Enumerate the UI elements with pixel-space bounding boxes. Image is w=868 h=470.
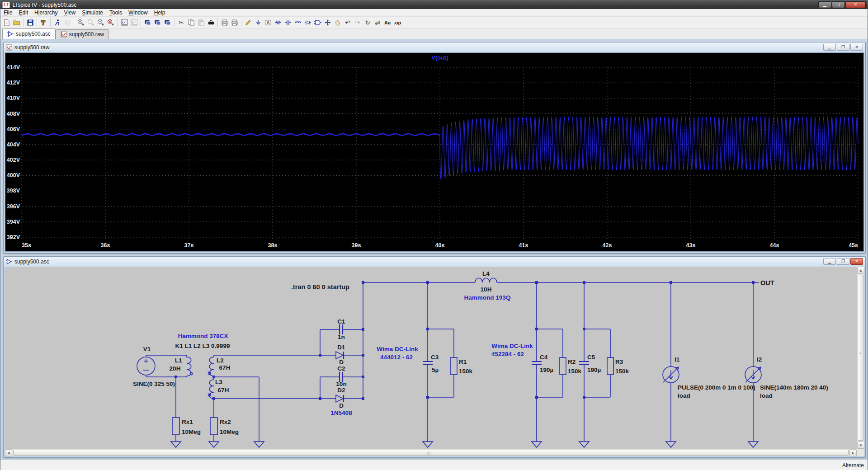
menu-help[interactable]: Help [151, 9, 169, 16]
l3-value[interactable]: 67H [218, 387, 229, 394]
sch-minimize-button[interactable]: ▁ [823, 258, 836, 265]
ground-icon[interactable] [253, 18, 263, 28]
schematic-window-titlebar[interactable]: supply500.asc ▁ ❐ ✕ [4, 257, 865, 267]
text-icon[interactable]: Aa [382, 18, 392, 28]
spice-directive-text[interactable]: .tran 0 60 0 startup [291, 283, 349, 291]
d2-value[interactable]: D [339, 402, 344, 409]
zoom-in-icon[interactable] [76, 18, 86, 28]
drag-icon[interactable] [333, 18, 343, 28]
vscroll-thumb[interactable]: ≡ [858, 275, 863, 441]
wima1-line2[interactable]: 444012 - 62 [380, 354, 413, 361]
menu-tools[interactable]: Tools [106, 9, 125, 16]
wire-icon[interactable] [243, 18, 253, 28]
capacitor-icon[interactable] [283, 18, 293, 28]
schematic-canvas[interactable]: .tran 0 60 0 startup Hammond 378CX K1 L1… [5, 267, 864, 456]
capacitor-c5[interactable] [579, 362, 589, 365]
inductor-l4[interactable] [475, 278, 497, 282]
move-icon[interactable] [323, 18, 333, 28]
save-icon[interactable] [25, 18, 35, 28]
current-source-i1[interactable] [663, 367, 679, 383]
capacitor-c3[interactable] [423, 362, 433, 365]
c4-name[interactable]: C4 [540, 354, 548, 361]
diode-model-label[interactable]: 1N5408 [330, 409, 352, 416]
menu-edit[interactable]: Edit [15, 9, 31, 16]
resistor-rx1[interactable] [172, 418, 179, 435]
cut-icon[interactable]: ✂ [176, 18, 186, 28]
r3-value[interactable]: 150k [615, 368, 629, 375]
resistor-rx2[interactable] [210, 418, 217, 435]
zoom-out-icon[interactable] [96, 18, 106, 28]
wave-close-button[interactable]: ✕ [850, 44, 863, 51]
c1-value[interactable]: 1n [338, 334, 345, 340]
zoom-full-icon[interactable] [106, 18, 116, 28]
sch-restore-button[interactable]: ❐ [837, 258, 849, 265]
resistor-icon[interactable] [273, 18, 283, 28]
c5-value[interactable]: 190µ [587, 367, 601, 373]
c2-name[interactable]: C2 [337, 365, 345, 372]
sch-close-button[interactable]: ✕ [850, 258, 863, 265]
d1-name[interactable]: D1 [337, 344, 345, 351]
component-icon[interactable] [313, 18, 323, 28]
copy-icon[interactable] [186, 18, 196, 28]
diode-icon[interactable] [303, 18, 313, 28]
wima2-line1[interactable]: Wima DC-Link [491, 343, 533, 349]
find-icon[interactable] [206, 18, 216, 28]
print-preview-icon[interactable] [220, 18, 230, 28]
rx1-value[interactable]: 10Meg [182, 428, 201, 435]
l1-value[interactable]: 20H [170, 365, 181, 372]
v1-value[interactable]: SINE(0 325 50) [133, 381, 175, 387]
c4-value[interactable]: 190µ [540, 367, 553, 373]
resistor-r3[interactable] [607, 357, 613, 375]
hscroll-thumb[interactable]: ||| [13, 450, 849, 456]
i1-tag[interactable]: load [678, 392, 690, 399]
tab-supply500.asc[interactable]: supply500.asc [2, 28, 56, 39]
undo-icon[interactable]: ↶ [343, 18, 353, 28]
v1-name[interactable]: V1 [143, 346, 151, 352]
inductor-l2[interactable] [208, 355, 214, 376]
l4-model-label[interactable]: Hammond 193Q [464, 294, 511, 301]
mirror-icon[interactable]: ⇄ [373, 18, 382, 28]
l2-value[interactable]: 67H [219, 364, 231, 371]
rotate-icon[interactable]: ↻ [363, 18, 373, 28]
current-source-i2[interactable] [745, 367, 761, 383]
out-net-label[interactable]: OUT [760, 279, 774, 287]
coupling-directive[interactable]: K1 L1 L2 L3 0.9999 [175, 343, 230, 349]
net-label-icon[interactable] [263, 18, 273, 28]
wima1-line1[interactable]: Wima DC-Link [377, 346, 418, 352]
rx2-name[interactable]: Rx2 [220, 418, 231, 425]
r2-name[interactable]: R2 [568, 358, 576, 365]
new-schematic-icon[interactable] [2, 18, 12, 28]
c3-name[interactable]: C3 [431, 354, 439, 361]
transformer-model-label[interactable]: Hammond 378CX [178, 333, 228, 339]
open-icon[interactable] [12, 18, 22, 28]
voltage-source-v1[interactable] [137, 357, 155, 375]
i2-value[interactable]: SINE(140m 180m 20 40) [760, 384, 828, 391]
d1-value[interactable]: D [339, 359, 344, 366]
trace-label[interactable]: V(out) [431, 54, 448, 61]
menu-simulate[interactable]: Simulate [79, 9, 106, 16]
r1-name[interactable]: R1 [459, 358, 467, 365]
resistor-r1[interactable] [451, 357, 457, 375]
scroll-left-arrow[interactable]: ◄ [5, 449, 12, 456]
vertical-scrollbar[interactable]: ▲ ≡ ▼ [857, 267, 864, 449]
menu-file[interactable]: File [0, 9, 15, 16]
scroll-up-arrow[interactable]: ▲ [857, 267, 864, 274]
waveform-window-titlebar[interactable]: supply500.raw ▁ ❐ ✕ [4, 42, 865, 52]
l3-name[interactable]: L3 [215, 379, 222, 385]
r2-value[interactable]: 150k [568, 368, 582, 375]
i1-value[interactable]: PULSE(0 200m 0 1m 0 100) [678, 384, 755, 391]
wave-minimize-button[interactable]: ▁ [823, 44, 836, 51]
i2-name[interactable]: I2 [757, 356, 762, 363]
ground-symbols[interactable] [171, 442, 758, 447]
scroll-right-arrow[interactable]: ► [849, 449, 857, 456]
autorange-icon[interactable] [119, 18, 129, 28]
spice-directive-icon[interactable]: .op [392, 18, 402, 28]
scroll-down-arrow[interactable]: ▼ [857, 442, 864, 449]
capacitor-c4[interactable] [532, 362, 542, 365]
r1-value[interactable]: 150k [459, 368, 473, 375]
i1-name[interactable]: I1 [675, 356, 680, 363]
run-icon[interactable] [52, 18, 62, 28]
l1-name[interactable]: L1 [175, 357, 182, 364]
d2-name[interactable]: D2 [337, 387, 345, 394]
capacitor-c1[interactable] [340, 324, 343, 334]
